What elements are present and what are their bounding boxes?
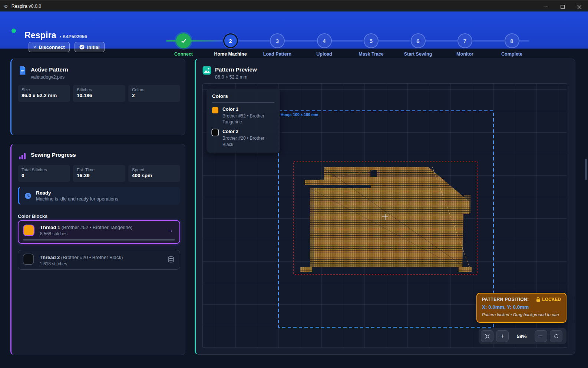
maximize-button[interactable] (554, 1, 571, 13)
collapse-arrows-icon (485, 334, 490, 339)
locked-badge: LOCKED (536, 297, 561, 302)
app-icon: ⚙ (4, 4, 8, 9)
step-connect-circle (176, 33, 191, 48)
pattern-filename: valetudogv2.pes (31, 74, 65, 80)
step-connect[interactable]: Connect (161, 33, 206, 57)
legend-swatch-2 (212, 129, 218, 136)
position-label: PATTERN POSITION: (482, 297, 529, 302)
hoop-label: Hoop: 100 x 100 mm (281, 112, 318, 117)
stat-stitches: Stitches 10.186 (73, 85, 125, 102)
disconnect-button[interactable]: × Disconnect (29, 42, 70, 52)
refresh-icon (554, 334, 559, 339)
color-blocks-label: Color Blocks (18, 213, 47, 219)
step-load-pattern[interactable]: 3 Load Pattern (255, 33, 300, 57)
step-monitor[interactable]: 7 Monitor (443, 33, 487, 57)
legend-item-color-1: Color 1 Brother #52 • Brother Tangerine (212, 107, 274, 125)
reset-view-button[interactable] (550, 330, 562, 342)
titlebar: ⚙ Respira v0.0.0 (0, 0, 588, 11)
document-icon (18, 66, 27, 75)
stat-size: Size 86.0 x 52.2 mm (18, 85, 70, 102)
position-coords: X: 0.0mm, Y: 0.0mm (482, 304, 561, 310)
close-x-icon: × (33, 44, 36, 50)
thread-2-swatch (23, 254, 33, 264)
stat-colors: Colors 2 (128, 85, 180, 102)
arrow-right-icon: → (166, 226, 174, 234)
pattern-dimensions: 86.0 × 52.2 mm (215, 74, 247, 80)
embroidery-pattern (300, 166, 472, 272)
stat-total-stitches: Total Stitches 0 (18, 165, 70, 182)
check-icon (181, 38, 187, 44)
minimize-button[interactable] (537, 1, 554, 13)
status-title: Ready (36, 190, 118, 196)
thread-1-swatch (24, 225, 34, 235)
check-circle-icon (79, 44, 85, 50)
connection-status-dot (11, 29, 16, 33)
machine-serial: • K4P502956 (60, 34, 87, 39)
sewing-progress-title: Sewing Progress (31, 152, 76, 158)
bar-chart-icon (18, 152, 27, 161)
stat-speed: Speed 400 spm (128, 165, 180, 182)
zoom-toolbar: + 58% − (479, 328, 566, 344)
colors-legend: Colors Color 1 Brother #52 • Brother Tan… (207, 89, 280, 153)
step-upload[interactable]: 4 Upload (302, 33, 347, 57)
scrollbar-thumb[interactable] (585, 159, 587, 180)
pattern-position-overlay: PATTERN POSITION: LOCKED X: 0.0mm, Y: 0.… (476, 293, 566, 323)
position-hint: Pattern locked • Drag background to pan (482, 312, 561, 317)
image-icon (202, 66, 212, 75)
initial-button[interactable]: Initial (75, 42, 105, 52)
app-name: Respira (24, 30, 56, 40)
step-start-sewing[interactable]: 6 Start Sewing (396, 33, 440, 57)
lock-icon (536, 297, 540, 302)
step-home-machine-circle: 2 (223, 33, 238, 48)
zoom-out-button[interactable]: − (535, 330, 547, 342)
layers-stack-icon (167, 256, 175, 265)
app-window: ⚙ Respira v0.0.0 Respira • K4P502956 × D… (0, 0, 588, 368)
step-mask-trace[interactable]: 5 Mask Trace (349, 33, 393, 57)
sewing-progress-panel: Sewing Progress Total Stitches 0 Est. Ti… (10, 144, 185, 355)
close-button[interactable] (571, 1, 588, 13)
thread-1-card[interactable]: Thread 1 (Brother #52 • Brother Tangerin… (18, 220, 180, 244)
pattern-preview-panel: Pattern Preview 86.0 × 52.2 mm (195, 59, 575, 355)
active-pattern-panel: Active Pattern valetudogv2.pes Size 86.0… (10, 59, 185, 135)
legend-title: Colors (212, 93, 274, 103)
zoom-level: 58% (511, 334, 532, 339)
step-complete[interactable]: 8 Complete (490, 33, 534, 57)
pattern-preview-title: Pattern Preview (215, 66, 257, 73)
thread-1-progress-bar (23, 239, 175, 241)
preview-canvas[interactable]: Hoop: 100 x 100 mm Colors Color 1 Brothe… (202, 83, 567, 348)
legend-item-color-2: Color 2 Brother #20 • Brother Black (212, 129, 274, 147)
status-desc: Machine is idle and ready for operations (36, 196, 118, 202)
clock-icon (24, 192, 32, 199)
fit-view-button[interactable] (481, 330, 493, 342)
zoom-in-button[interactable]: + (496, 330, 509, 342)
machine-status-box: Ready Machine is idle and ready for oper… (18, 187, 180, 205)
active-pattern-title: Active Pattern (31, 66, 68, 73)
thread-2-card[interactable]: Thread 2 (Brother #20 • Brother Black) 1… (18, 250, 180, 270)
stat-est-time: Est. Time 16:39 (73, 165, 125, 182)
step-home-machine[interactable]: 2 Home Machine (208, 33, 253, 57)
legend-swatch-1 (212, 107, 218, 113)
window-title: Respira v0.0.0 (11, 4, 42, 9)
header: Respira • K4P502956 × Disconnect Initial (0, 11, 588, 49)
